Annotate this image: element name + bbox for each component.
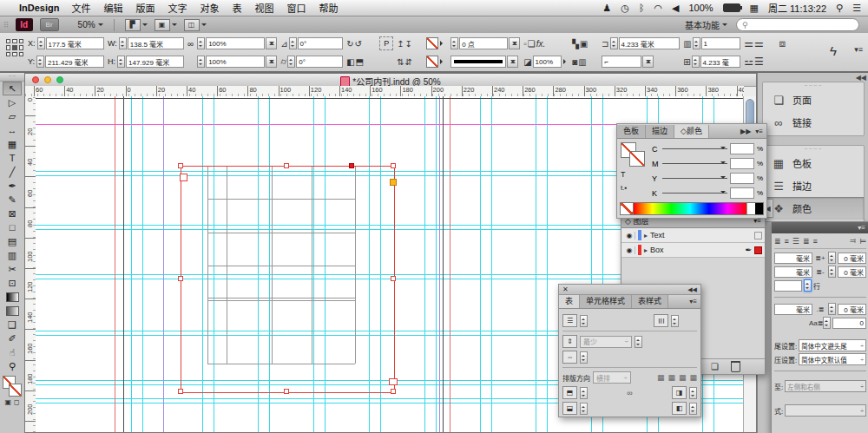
x-position-field[interactable]: X: 177.5 毫米 bbox=[28, 37, 104, 49]
wrap-around-icon[interactable]: ◙ bbox=[572, 57, 577, 67]
view-options-dropdown[interactable]: ▛ bbox=[125, 19, 148, 31]
screen-mode-dropdown[interactable]: ▣ bbox=[155, 19, 177, 31]
reference-point-proxy[interactable] bbox=[6, 39, 23, 56]
row-height-mode-dropdown[interactable]: 最少÷ bbox=[580, 336, 632, 348]
volume-icon[interactable]: ◀ bbox=[672, 3, 679, 14]
valign-bottom-icon[interactable]: ↧ bbox=[405, 39, 412, 49]
stroke-color-swatch[interactable] bbox=[426, 56, 447, 68]
justify-right-icon-0[interactable]: ⫤ bbox=[850, 236, 856, 246]
selection-handle-active[interactable] bbox=[349, 163, 354, 168]
distribute-icons-1[interactable]: ⚍ bbox=[744, 56, 753, 68]
menubar-menu-7[interactable]: 窗口 bbox=[286, 1, 306, 15]
stroke-swatch-none[interactable] bbox=[9, 384, 22, 397]
frame-tool[interactable]: ⊠ bbox=[3, 207, 22, 220]
align-icons-1[interactable]: ⚌ bbox=[744, 37, 753, 49]
align-grid-icon-4[interactable]: ▦ bbox=[689, 373, 697, 382]
kinsoku-dropdown[interactable]: 简体中文避头尾÷ bbox=[799, 339, 866, 351]
space-field[interactable]: 毫米 bbox=[774, 304, 812, 315]
indent-stepper-1[interactable] bbox=[828, 252, 836, 264]
justify-icon-2[interactable]: ☰ bbox=[792, 237, 799, 246]
spectrum-black-swatch[interactable] bbox=[755, 203, 763, 214]
wrap-to-dropdown[interactable]: 左侧和右侧÷ bbox=[785, 380, 866, 392]
column-width-stepper[interactable] bbox=[580, 351, 588, 364]
guide-vertical[interactable] bbox=[424, 96, 425, 432]
menubar-menu-1[interactable]: 编辑 bbox=[103, 1, 122, 15]
justify-icon-1[interactable]: ≡ bbox=[785, 237, 789, 246]
text-out-port[interactable] bbox=[389, 378, 398, 385]
drop-cap-lines-stepper[interactable] bbox=[804, 279, 812, 292]
drop-cap-chars-value[interactable]: 0 bbox=[832, 318, 866, 329]
right-panel-menu-icon[interactable]: ▾≡ bbox=[858, 224, 865, 232]
selection-handle[interactable] bbox=[391, 163, 396, 168]
rotate-ccw-icon[interactable]: ↺ bbox=[355, 39, 362, 49]
menubar-menu-4[interactable]: 对象 bbox=[200, 1, 219, 15]
notification-center-icon[interactable]: ☰ bbox=[852, 3, 861, 14]
stroke-style-dropdown[interactable] bbox=[450, 56, 520, 68]
selection-handle[interactable] bbox=[391, 389, 396, 394]
color-panel-tab-1[interactable]: 描边 bbox=[646, 125, 674, 138]
color-panel-tab-0[interactable]: 色板 bbox=[617, 125, 646, 138]
menubar-clock[interactable]: 周二 11:13:22 bbox=[768, 1, 826, 15]
table-panel-collapse-icon[interactable]: ◀◀ bbox=[687, 286, 697, 293]
wifi-icon[interactable]: ◠ bbox=[654, 3, 662, 14]
table-panel-tab-0[interactable]: 表 bbox=[559, 295, 580, 308]
layer-expand-icon[interactable]: ▸ bbox=[644, 232, 648, 239]
slider-thumb[interactable] bbox=[720, 161, 726, 167]
wrap-bounding-icon[interactable]: ▣ bbox=[580, 39, 588, 49]
dock-item-links[interactable]: ∞链接 bbox=[763, 111, 864, 134]
menubar-menu-0[interactable]: 文件 bbox=[71, 1, 90, 15]
effects-icon[interactable]: fx. bbox=[536, 39, 546, 49]
columns-field[interactable]: ▥ 1 bbox=[683, 37, 740, 49]
channel-slider-y[interactable] bbox=[662, 178, 727, 179]
channel-slider-c[interactable] bbox=[662, 148, 727, 149]
search-input[interactable]: ⚲ bbox=[736, 18, 859, 31]
table-columns-stepper[interactable] bbox=[671, 315, 679, 327]
slider-thumb[interactable] bbox=[720, 191, 726, 196]
align-icons-2[interactable]: ⚌ bbox=[754, 37, 764, 49]
corner-shape-dropdown[interactable]: ⌐ bbox=[602, 56, 680, 68]
eyedropper-tool[interactable]: ✐ bbox=[3, 331, 22, 345]
indent-value-2[interactable]: 0 毫米 bbox=[838, 266, 866, 278]
dock-item-color[interactable]: ❖颜色 bbox=[763, 197, 864, 220]
width-field[interactable]: W: 138.5 毫米 bbox=[108, 37, 184, 49]
indent-stepper-2[interactable] bbox=[828, 266, 836, 278]
control-panel-menu-icon[interactable]: ▾≡ bbox=[854, 45, 863, 54]
table-panel-tab-1[interactable]: 单元格样式 bbox=[580, 295, 632, 308]
pen-tool[interactable]: ✒ bbox=[3, 179, 22, 193]
justify-icon-4[interactable]: ≡ bbox=[812, 237, 817, 246]
valign-top-icon[interactable]: ↥ bbox=[397, 39, 404, 49]
drop-shadow-icon[interactable]: ❏ bbox=[528, 39, 536, 49]
selection-handle[interactable] bbox=[391, 276, 396, 281]
input-method-icon[interactable]: ▦ bbox=[750, 3, 759, 14]
indent-field-2[interactable]: 毫米 bbox=[774, 266, 812, 278]
tools-panel-grip[interactable]: ⠒⠒ bbox=[0, 73, 24, 82]
table-rows-stepper[interactable] bbox=[580, 315, 588, 327]
channel-value-y[interactable] bbox=[730, 173, 754, 184]
color-panel-tab-2[interactable]: ◇颜色 bbox=[674, 125, 709, 138]
inset-bottom-stepper[interactable] bbox=[580, 403, 588, 415]
contour-dropdown[interactable]: ÷ bbox=[785, 404, 866, 417]
align-grid-icon-1[interactable]: ▦ bbox=[657, 373, 665, 382]
selection-handle-highlight[interactable] bbox=[390, 179, 397, 186]
dock-item-swatches[interactable]: ▦色板 bbox=[763, 152, 864, 174]
mojikumi-dropdown[interactable]: 简体中文默认值÷ bbox=[799, 353, 866, 365]
slider-thumb[interactable] bbox=[720, 176, 726, 181]
content-collector-tool[interactable]: ▦ bbox=[3, 137, 22, 151]
row-height-stepper[interactable] bbox=[635, 336, 642, 348]
wrap-jump-icon[interactable]: ▥ bbox=[578, 57, 586, 67]
guide-vertical[interactable] bbox=[491, 96, 492, 432]
selection-handle[interactable] bbox=[284, 389, 289, 394]
formatting-affects-text-icon[interactable]: T bbox=[621, 170, 626, 179]
drop-cap-lines-field[interactable] bbox=[774, 280, 802, 292]
spectrum-bar[interactable] bbox=[634, 203, 746, 214]
scale-x-field[interactable]: 100% bbox=[197, 37, 277, 49]
dock-item-stroke[interactable]: ☰描边 bbox=[763, 174, 864, 197]
apply-color-icon[interactable]: ▣ bbox=[4, 398, 11, 406]
scale-y-field[interactable]: 100% bbox=[197, 56, 277, 68]
channel-value-k[interactable] bbox=[730, 187, 754, 199]
space-value[interactable]: 0 毫米 bbox=[838, 304, 866, 315]
page-tool[interactable]: ▱ bbox=[3, 109, 22, 123]
scissors-tool[interactable]: ✂ bbox=[3, 262, 22, 276]
flip-vertical-icon[interactable]: ⬒ bbox=[356, 57, 364, 67]
document-titlebar[interactable]: *公司内刊.indd @ 50% bbox=[25, 74, 756, 87]
